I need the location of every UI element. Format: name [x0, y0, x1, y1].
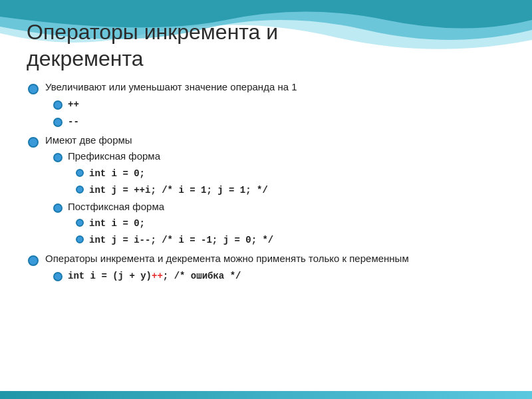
error-code-end: ; /* ошибка */ [163, 271, 241, 281]
title-line2: декремента [27, 47, 144, 70]
list-item-1-children: ++ -- [52, 96, 512, 129]
content-area: Увеличивают или уменьшают значение опера… [27, 80, 512, 386]
prefix-form-code: int i = 0; int j = ++i; /* i = 1; j = 1;… [74, 166, 512, 198]
list-item-1-1: ++ [52, 96, 512, 112]
list-item-2-children: Префиксная форма int i = 0; int j = ++i;… [52, 149, 512, 247]
prefix-code-1-text: int i = 0; [89, 168, 145, 179]
main-list: Увеличивают или уменьшают значение опера… [27, 80, 512, 283]
postfix-code-1: int i = 0; [74, 215, 512, 231]
error-code-highlight: ++ [152, 271, 163, 281]
list-item-3: Операторы инкремента и декремента можно … [27, 251, 512, 283]
postfix-code-2: int j = i--; /* i = -1; j = 0; */ [74, 232, 512, 247]
code-plusplus: ++ [68, 99, 79, 110]
list-item-2: Имеют две формы Префиксная форма int i =… [27, 133, 512, 248]
slide: Операторы инкремента и декремента Увелич… [0, 0, 532, 399]
list-item-2-text: Имеют две формы [45, 134, 132, 146]
postfix-form-label: Постфиксная форма [68, 201, 164, 212]
postfix-code-1-text: int i = 0; [89, 218, 145, 229]
list-item-2-2: Постфиксная форма int i = 0; int j = i--… [52, 200, 512, 248]
list-item-3-text: Операторы инкремента и декремента можно … [45, 253, 409, 264]
list-item-3-children: int i = (j + y)++; /* ошибка */ [52, 268, 512, 283]
list-item-1: Увеличивают или уменьшают значение опера… [27, 80, 512, 129]
postfix-form-code: int i = 0; int j = i--; /* i = -1; j = 0… [74, 215, 512, 247]
list-item-2-1: Префиксная форма int i = 0; int j = ++i;… [52, 149, 512, 198]
postfix-code-2-text: int j = i--; /* i = -1; j = 0; */ [89, 235, 273, 245]
prefix-form-label: Префиксная форма [68, 150, 160, 162]
prefix-code-2-text: int j = ++i; /* i = 1; j = 1; */ [89, 185, 268, 196]
list-item-1-text: Увеличивают или уменьшают значение опера… [45, 81, 297, 92]
list-item-1-2: -- [52, 114, 512, 129]
title-line1: Операторы инкремента и [27, 20, 278, 44]
code-minusminus: -- [68, 116, 79, 127]
bottom-bar [0, 391, 532, 399]
list-item-3-1: int i = (j + y)++; /* ошибка */ [52, 268, 512, 283]
error-code-start: int i = (j + y) [68, 271, 152, 281]
prefix-code-2: int j = ++i; /* i = 1; j = 1; */ [74, 182, 512, 198]
slide-title: Операторы инкремента и декремента [27, 19, 278, 72]
prefix-code-1: int i = 0; [74, 166, 512, 181]
